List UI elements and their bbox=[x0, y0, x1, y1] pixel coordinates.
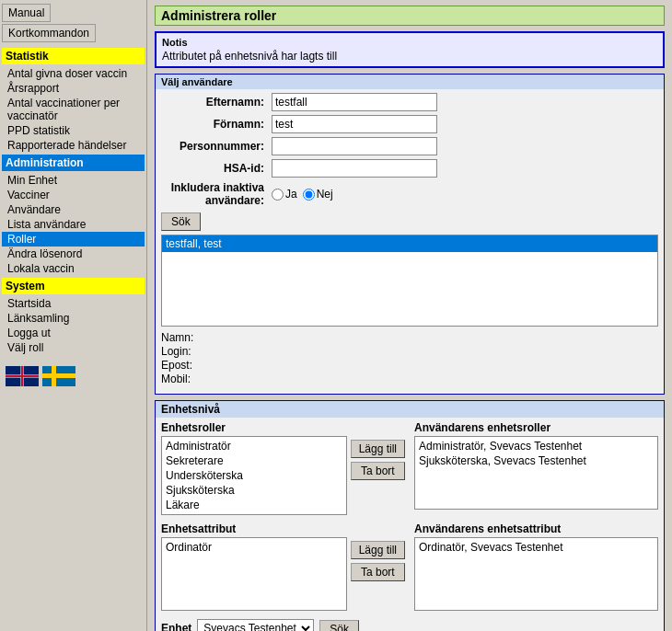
radio-nej[interactable] bbox=[303, 189, 315, 201]
enhetsroller-buttons: Lägg till Ta bort bbox=[351, 421, 405, 480]
roles-item-sjukskoterska[interactable]: Sjuksköterska bbox=[164, 483, 344, 498]
radio-ja[interactable] bbox=[272, 189, 284, 201]
flag-se[interactable] bbox=[42, 366, 75, 386]
radio-group: Ja Nej bbox=[272, 188, 333, 201]
sidebar-item-listusers[interactable]: Lista användare bbox=[2, 217, 145, 232]
fornamn-label: Förnamn: bbox=[161, 118, 272, 131]
attr-item-ordinatör[interactable]: Ordinatör bbox=[164, 540, 344, 555]
enhetsniva-section: Enhetsnivå Enhetsroller Administratör Se… bbox=[155, 400, 665, 631]
search-button[interactable]: Sök bbox=[161, 212, 201, 231]
anvandares-attr-1[interactable]: Ordinatör, Svevacs Testenhet bbox=[417, 540, 655, 555]
roles-item-sekreterare[interactable]: Sekreterare bbox=[164, 453, 344, 468]
enhetsattribut-column: Enhetsattribut Ordinatör bbox=[161, 522, 347, 611]
efternamn-label: Efternamn: bbox=[161, 96, 272, 109]
enhetsattribut-title: Enhetsattribut bbox=[161, 522, 347, 535]
user-info-login: Login: bbox=[161, 345, 658, 358]
sidebar-item-annual[interactable]: Årsrapport bbox=[2, 81, 145, 96]
personnummer-label: Personnummer: bbox=[161, 140, 272, 153]
radio-nej-option[interactable]: Nej bbox=[303, 188, 333, 201]
lagg-till-roller-button[interactable]: Lägg till bbox=[351, 440, 405, 458]
sidebar-item-links[interactable]: Länksamling bbox=[2, 311, 145, 326]
efternamn-input[interactable] bbox=[272, 93, 437, 111]
anvandares-enhetsattribut-column: Användarens enhetsattribut Ordinatör, Sv… bbox=[414, 522, 658, 611]
anvandares-role-2[interactable]: Sjuksköterska, Svevacs Testenhet bbox=[417, 453, 655, 468]
sidebar-item-localvaccines[interactable]: Lokala vaccin bbox=[2, 261, 145, 276]
valjanvandare-section: Välj användare Efternamn: Förnamn: Perso… bbox=[155, 74, 665, 395]
sidebar-section-administration[interactable]: Administration bbox=[2, 155, 145, 171]
page-title: Administrera roller bbox=[155, 6, 665, 26]
radio-nej-label: Nej bbox=[317, 188, 333, 201]
enhet-select[interactable]: Svevacs Testenhet bbox=[197, 619, 314, 631]
notis-text: Attributet på enhetsnivå har lagts till bbox=[162, 50, 657, 63]
manual-button[interactable]: Manual bbox=[2, 4, 51, 22]
sidebar-item-vaccinations[interactable]: Antal vaccinationer per vaccinatör bbox=[2, 96, 145, 123]
personnummer-row: Personnummer: bbox=[161, 137, 658, 155]
enhetsniva-label: Enhetsnivå bbox=[156, 401, 664, 418]
fornamn-row: Förnamn: bbox=[161, 115, 658, 133]
enhetsattribut-container: Enhetsattribut Ordinatör Lägg till Ta bo… bbox=[161, 522, 658, 611]
bottom-row: Enhet Svevacs Testenhet Sök bbox=[161, 618, 658, 631]
hsaid-row: HSA-id: bbox=[161, 159, 658, 178]
sidebar-item-doses[interactable]: Antal givna doser vaccin bbox=[2, 66, 145, 81]
sidebar-item-myunit[interactable]: Min Enhet bbox=[2, 173, 145, 188]
sidebar-item-roles[interactable]: Roller bbox=[2, 232, 145, 247]
sidebar-section-system[interactable]: System bbox=[2, 278, 145, 294]
anvandares-role-1[interactable]: Administratör, Svevacs Testenhet bbox=[417, 439, 655, 453]
enhetsroller-column: Enhetsroller Administratör Sekreterare U… bbox=[161, 421, 347, 515]
anvandares-enhetsattribut-title: Användarens enhetsattribut bbox=[414, 522, 658, 535]
lagg-till-attr-button[interactable]: Lägg till bbox=[351, 541, 405, 559]
roles-item-lakare[interactable]: Läkare bbox=[164, 498, 344, 512]
sidebar-item-vaccines[interactable]: Vacciner bbox=[2, 188, 145, 202]
ta-bort-roller-button[interactable]: Ta bort bbox=[351, 462, 405, 480]
flag-uk[interactable] bbox=[6, 366, 39, 386]
notis-box: Notis Attributet på enhetsnivå har lagts… bbox=[155, 31, 665, 68]
sidebar-section-statistik[interactable]: Statistik bbox=[2, 48, 145, 64]
enhetsroller-listbox[interactable]: Administratör Sekreterare Undersköterska… bbox=[161, 436, 347, 515]
anvandares-enhetsattribut-listbox[interactable]: Ordinatör, Svevacs Testenhet bbox=[414, 537, 658, 611]
hsaid-label: HSA-id: bbox=[161, 162, 272, 175]
notis-label: Notis bbox=[162, 37, 657, 48]
ta-bort-attr-button[interactable]: Ta bort bbox=[351, 563, 405, 581]
sidebar: Manual Kortkommandon Statistik Antal giv… bbox=[0, 0, 147, 631]
inkludera-label: Inkludera inaktiva användare: bbox=[161, 181, 272, 207]
user-info-namn: Namn: bbox=[161, 331, 658, 344]
flag-container bbox=[2, 362, 145, 390]
efternamn-row: Efternamn: bbox=[161, 93, 658, 111]
roles-item-underskot[interactable]: Undersköterska bbox=[164, 468, 344, 483]
user-list-item[interactable]: testfall, test bbox=[162, 235, 657, 252]
enhetsattribut-left: Enhetsattribut Ordinatör Lägg till Ta bo… bbox=[161, 522, 405, 611]
sidebar-item-ppd[interactable]: PPD statistik bbox=[2, 123, 145, 138]
roles-item-admin[interactable]: Administratör bbox=[164, 439, 344, 453]
enhetsattribut-listbox[interactable]: Ordinatör bbox=[161, 537, 347, 611]
shortcuts-button[interactable]: Kortkommandon bbox=[2, 24, 96, 42]
enhet-search-button[interactable]: Sök bbox=[319, 620, 359, 631]
enhetsroller-container: Enhetsroller Administratör Sekreterare U… bbox=[161, 421, 658, 515]
enhetsattribut-buttons: Lägg till Ta bort bbox=[351, 522, 405, 581]
sidebar-item-logout[interactable]: Logga ut bbox=[2, 326, 145, 340]
sidebar-item-start[interactable]: Startsida bbox=[2, 296, 145, 311]
user-info: Namn: Login: Epost: Mobil: bbox=[161, 327, 658, 390]
hsaid-input[interactable] bbox=[272, 159, 437, 178]
anvandares-enhetsroller-column: Användarens enhetsroller Administratör, … bbox=[414, 421, 658, 515]
user-info-epost: Epost: bbox=[161, 359, 658, 372]
personnummer-input[interactable] bbox=[272, 137, 437, 155]
sidebar-item-users[interactable]: Användare bbox=[2, 202, 145, 217]
anvandares-enhetsroller-title: Användarens enhetsroller bbox=[414, 421, 658, 434]
sidebar-item-events[interactable]: Rapporterade händelser bbox=[2, 138, 145, 153]
radio-ja-option[interactable]: Ja bbox=[272, 188, 297, 201]
enhetsroller-title: Enhetsroller bbox=[161, 421, 347, 434]
sidebar-top-buttons: Manual Kortkommandon bbox=[2, 4, 145, 44]
inkludera-row: Inkludera inaktiva användare: Ja Nej bbox=[161, 181, 658, 207]
main-content: Administrera roller Notis Attributet på … bbox=[147, 0, 672, 631]
radio-ja-label: Ja bbox=[285, 188, 297, 201]
sidebar-item-selectrole[interactable]: Välj roll bbox=[2, 340, 145, 355]
enhet-label: Enhet bbox=[161, 622, 191, 631]
sidebar-item-password[interactable]: Ändra lösenord bbox=[2, 247, 145, 261]
enhetsroller-left: Enhetsroller Administratör Sekreterare U… bbox=[161, 421, 405, 515]
user-list[interactable]: testfall, test bbox=[161, 235, 658, 327]
fornamn-input[interactable] bbox=[272, 115, 437, 133]
user-info-mobil: Mobil: bbox=[161, 373, 658, 385]
anvandares-enhetsroller-listbox[interactable]: Administratör, Svevacs Testenhet Sjukskö… bbox=[414, 436, 658, 510]
valjanvandare-label: Välj användare bbox=[156, 75, 664, 89]
